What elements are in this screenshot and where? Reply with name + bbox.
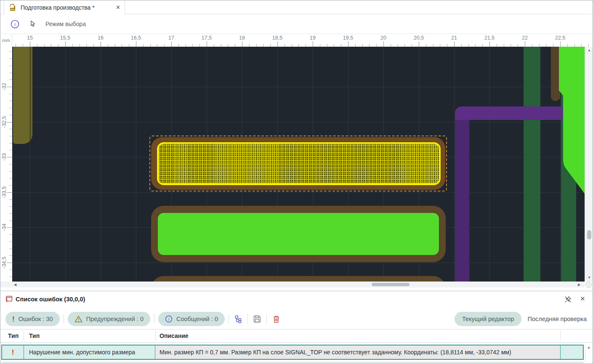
- tab-title: Подготовка производства *: [21, 4, 95, 11]
- ruler-tick: [108, 44, 108, 47]
- save-icon[interactable]: [252, 314, 263, 324]
- ruler-tick: [327, 44, 327, 47]
- column-divider[interactable]: [155, 331, 156, 341]
- column-divider[interactable]: [24, 331, 24, 341]
- ruler-tick: [199, 44, 200, 47]
- ruler-tick: [574, 44, 575, 47]
- cursor-select-icon[interactable]: [27, 19, 38, 29]
- ruler-tick: [9, 249, 12, 249]
- ruler-tick: [178, 44, 179, 47]
- ruler-tick: [298, 44, 299, 47]
- separator: [247, 314, 248, 324]
- error-exclamation-icon: !: [12, 349, 14, 356]
- ruler-tick: [9, 51, 12, 52]
- warnings-filter-button[interactable]: Предупреждений : 0: [68, 312, 150, 326]
- selection-mode-label: Режим выбора: [45, 21, 86, 27]
- toolbar: i Режим выбора: [0, 14, 593, 34]
- errors-filter-button[interactable]: ! Ошибок : 30: [5, 312, 60, 326]
- ruler-tick: [482, 44, 483, 47]
- ruler-tick: [51, 44, 51, 47]
- error-table-row-selected[interactable]: ! Нарушение мин. допустимого размера Мин…: [1, 345, 584, 360]
- ruler-tick: [157, 44, 157, 47]
- separator: [154, 314, 154, 324]
- tab-production-prep[interactable]: Подготовка производства * ✕: [4, 0, 125, 14]
- ruler-tick: [242, 41, 242, 47]
- scroll-right-icon[interactable]: ▶: [578, 283, 580, 287]
- delete-trash-icon[interactable]: [271, 314, 282, 324]
- ruler-tick: [30, 41, 30, 47]
- canvas-vertical-scrollbar[interactable]: ▲ ▼: [585, 47, 593, 282]
- ruler-tick: [129, 44, 129, 47]
- error-panel-title: Список ошибок (30,0,0): [16, 296, 85, 303]
- ruler-top-label: 21: [451, 35, 457, 41]
- column-header-description[interactable]: Описание: [160, 332, 189, 339]
- gridline: [136, 47, 136, 282]
- pcb-trace-purple-horizontal[interactable]: [455, 106, 563, 120]
- svg-text:!: !: [6, 297, 8, 303]
- ruler-left: -32-32,5-33-33,5-34-34,5: [0, 47, 12, 282]
- info-icon[interactable]: i: [9, 19, 20, 29]
- column-header-severity[interactable]: Тип: [8, 332, 19, 339]
- ruler-left-label: -32: [1, 83, 7, 90]
- ruler-tick: [355, 44, 356, 47]
- ruler-top-label: 19,5: [343, 35, 353, 41]
- ruler-tick: [588, 44, 589, 47]
- messages-filter-label: Сообщений : 0: [176, 316, 218, 322]
- scroll-up-icon[interactable]: ▲: [588, 48, 591, 53]
- column-header-type[interactable]: Тип: [29, 332, 40, 339]
- panel-close-icon[interactable]: ✕: [580, 295, 585, 303]
- table-scroll-up-icon[interactable]: ▲: [587, 345, 590, 350]
- ruler-tick: [101, 41, 101, 47]
- ruler-tick: [412, 44, 412, 47]
- horizontal-scroll-thumb[interactable]: [372, 283, 410, 286]
- vertical-scroll-thumb[interactable]: [587, 230, 591, 239]
- pcb-shape-bright-green[interactable]: [555, 47, 585, 198]
- scrollbar-corner: [585, 282, 592, 288]
- ruler-tick: [9, 108, 12, 108]
- ruler-top-label: 22: [522, 35, 528, 41]
- ruler-tick: [447, 44, 447, 47]
- column-divider[interactable]: [560, 331, 561, 341]
- ruler-tick: [426, 44, 426, 47]
- group-tree-icon[interactable]: [233, 314, 244, 324]
- ruler-tick: [468, 44, 469, 47]
- error-list-panel: ! Список ошибок (30,0,0) ✕ ! Ошибок : 30: [0, 291, 593, 364]
- ruler-tick: [313, 41, 313, 47]
- current-editor-button[interactable]: Текущий редактор: [455, 312, 521, 326]
- pcb-trace-purple-vertical[interactable]: [455, 106, 469, 282]
- ruler-tick: [9, 242, 12, 242]
- messages-filter-button[interactable]: i Сообщений : 0: [158, 312, 225, 326]
- message-info-icon: i: [165, 315, 173, 323]
- ruler-tick: [235, 44, 235, 47]
- pcb-pad-olive[interactable]: [13, 47, 32, 144]
- ruler-tick: [221, 44, 221, 47]
- scroll-left-icon[interactable]: ◀: [14, 283, 16, 287]
- ruler-top-label: 16: [98, 35, 104, 41]
- ruler-tick: [9, 129, 12, 129]
- canvas-horizontal-scrollbar[interactable]: ◀ ▶: [0, 282, 585, 287]
- ruler-tick: [171, 41, 172, 47]
- error-panel-header: ! Список ошибок (30,0,0) ✕: [0, 293, 593, 305]
- pcb-canvas[interactable]: [12, 47, 585, 282]
- table-vertical-scrollbar[interactable]: ▲ ▼: [585, 345, 593, 361]
- tab-close-icon[interactable]: ✕: [116, 4, 120, 11]
- ruler-tick: [9, 171, 12, 172]
- ruler-tick: [454, 41, 455, 47]
- ruler-top-label: 18: [239, 35, 245, 41]
- ruler-tick: [532, 44, 532, 47]
- gridline: [101, 47, 101, 282]
- ruler-tick: [383, 41, 384, 47]
- scroll-down-icon[interactable]: ▼: [588, 276, 591, 280]
- pcb-pad3-mask[interactable]: [151, 276, 446, 282]
- error-table-row-partial[interactable]: [1, 361, 584, 364]
- pcb-trace-darkgreen-1[interactable]: [524, 47, 540, 282]
- ruler-tick: [398, 44, 398, 47]
- svg-text:i: i: [168, 317, 170, 321]
- unpin-icon[interactable]: [564, 296, 572, 303]
- tab-bar: Подготовка производства * ✕: [0, 0, 593, 14]
- pcb-pad2-green[interactable]: [158, 213, 439, 255]
- ruler-tick: [539, 44, 540, 47]
- ruler-left-label: -33: [1, 153, 7, 161]
- ruler-tick: [58, 44, 59, 47]
- last-check-button[interactable]: Последняя проверка: [527, 316, 588, 322]
